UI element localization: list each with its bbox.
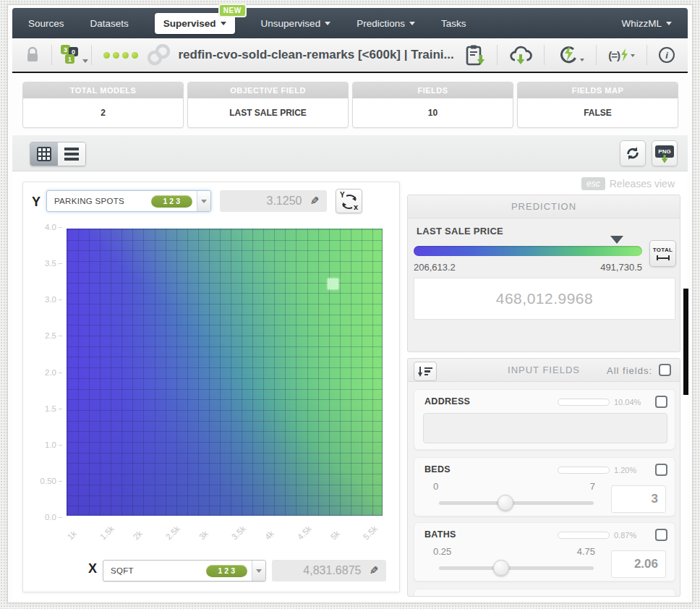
divider [51,45,52,65]
export-png-button[interactable]: PNG [652,140,678,166]
select-arrow[interactable] [252,561,265,581]
nav-predictions[interactable]: Predictions [357,18,415,29]
chevron-down-icon [256,569,262,573]
nav-supervised[interactable]: Supervised NEW [155,13,235,34]
importance-percent: 1.20% [614,466,636,474]
baths-slider-track[interactable] [439,566,594,570]
toolbar-actions: (=) i [462,44,678,66]
select-arrow[interactable] [197,191,210,211]
chevron-down-icon [666,22,672,25]
sort-fields-button[interactable] [414,362,437,381]
beds-value-input[interactable]: 3 [611,485,666,513]
esc-key-badge: esc [581,177,605,190]
card-header: TOTAL MODELS [23,82,183,98]
x-axis-letter: x [88,561,97,576]
lock-icon[interactable] [22,46,43,64]
swap-axes-button[interactable]: Y x [336,189,362,213]
numeric-type-badge: 123 [151,195,192,208]
x-tick: 5k [329,529,356,556]
scrollbar-thumb[interactable] [683,289,688,395]
card-value: LAST SALE PRICE [188,98,348,127]
field-checkbox[interactable] [655,529,667,541]
x-field-select[interactable]: SQFT 123 [103,560,266,582]
x-tick: 1k [66,529,93,556]
y-field-name: PARKING SPOTS [47,197,151,205]
nav-whizzml[interactable]: WhizzML [621,18,672,29]
nav-unsupervised[interactable]: Unsupervised [261,18,331,29]
sample-dice-icon[interactable]: 3 0 1 [61,44,82,66]
prediction-field-label: LAST SALE PRICE [417,226,503,237]
y-field-select[interactable]: PARKING SPOTS 123 [46,190,211,212]
refresh-button[interactable] [620,140,646,166]
field-card-baths: BATHS 0.87% 0.25 4.75 2.06 [414,522,675,582]
card-fields-map: FIELDS MAP FALSE [517,82,678,128]
all-fields-checkbox[interactable] [659,364,671,376]
prediction-gradient-bar[interactable] [414,246,642,256]
status-dots-icon [103,52,138,59]
nav-sources[interactable]: Sources [28,18,64,29]
configure-options-icon[interactable]: (=) [605,48,638,61]
status-dot [132,52,138,59]
info-glyph: i [665,50,668,61]
card-fields: FIELDS 10 [352,82,513,128]
card-header: FIELDS MAP [518,82,678,98]
x-axis-ticks: 1k 1.5k 2k 2.5k 3k 3.5k 4k 4.5k 5k 5.5k [67,521,383,550]
prediction-panel-header: PREDICTION [408,195,680,218]
beds-slider-track[interactable] [439,501,594,505]
nav-unsupervised-label: Unsupervised [261,18,321,29]
refresh-icon [625,145,641,161]
field-checkbox[interactable] [655,396,667,408]
chevron-down-icon [325,22,330,25]
field-card-address: ADDRESS 10.04% [414,389,675,450]
prediction-marker[interactable] [610,236,623,244]
total-button[interactable]: TOTAL [649,240,676,267]
x-axis-row: x SQFT 123 4,831.6875 ✎ [23,558,399,583]
importance-percent: 10.04% [614,398,641,406]
edit-pencil-icon[interactable]: ✎ [370,564,379,577]
nav-sources-label: Sources [28,18,64,29]
importance-bar [558,399,610,406]
copy-clipboard-icon[interactable] [462,44,488,66]
chevron-down-icon [82,59,88,63]
download-cloud-icon[interactable] [506,45,535,65]
view-toggle-group [30,142,86,166]
chevron-down-icon [221,22,226,25]
field-checkbox[interactable] [655,464,667,476]
prediction-panel: PREDICTION LAST SALE PRICE 206,613.2 491… [407,195,680,352]
execute-script-icon[interactable] [553,44,587,66]
nav-datasets[interactable]: Datasets [90,18,129,29]
main-navbar: Sources Datasets Supervised NEW Unsuperv… [12,8,688,38]
card-objective-field: OBJECTIVE FIELD LAST SALE PRICE [187,82,349,128]
beds-slider-handle[interactable] [498,495,513,511]
divider [91,45,92,65]
resource-toolbar: 3 0 1 redfin-cvo-sold-clean-remarks [<60… [12,38,688,73]
grid-icon [37,147,51,161]
slider-max: 7 [566,481,595,492]
config-glyph: (=) [608,49,620,61]
y-value-input[interactable]: 3.1250 ✎ [220,190,327,212]
list-view-button[interactable] [58,142,85,166]
baths-value-input[interactable]: 2.06 [611,550,666,578]
prediction-heatmap[interactable] [67,229,383,516]
y-tick: 3.5 [45,259,62,268]
edit-pencil-icon[interactable]: ✎ [310,195,320,208]
total-label: TOTAL [653,247,673,253]
resource-title: redfin-cvo-sold-clean-remarks [<600k] | … [178,48,453,62]
divider [596,45,597,65]
baths-slider-handle[interactable] [493,560,509,576]
info-icon[interactable]: i [656,47,678,63]
slider-min: 0 [433,481,438,492]
card-total-models: TOTAL MODELS 2 [22,82,184,128]
nav-supervised-label: Supervised [163,18,216,29]
prediction-value: 468,012.9968 [414,278,675,320]
card-header: FIELDS [353,82,513,98]
chevron-down-icon [409,22,415,25]
prediction-min: 206,613.2 [414,262,456,273]
x-tick: 3k [197,529,224,556]
nav-tasks[interactable]: Tasks [441,18,466,29]
x-value-input[interactable]: 4,831.6875 ✎ [272,560,386,582]
card-header: OBJECTIVE FIELD [188,82,348,98]
grid-view-button[interactable] [30,142,58,166]
address-textarea[interactable] [423,413,667,443]
sort-bars-icon [424,367,432,376]
